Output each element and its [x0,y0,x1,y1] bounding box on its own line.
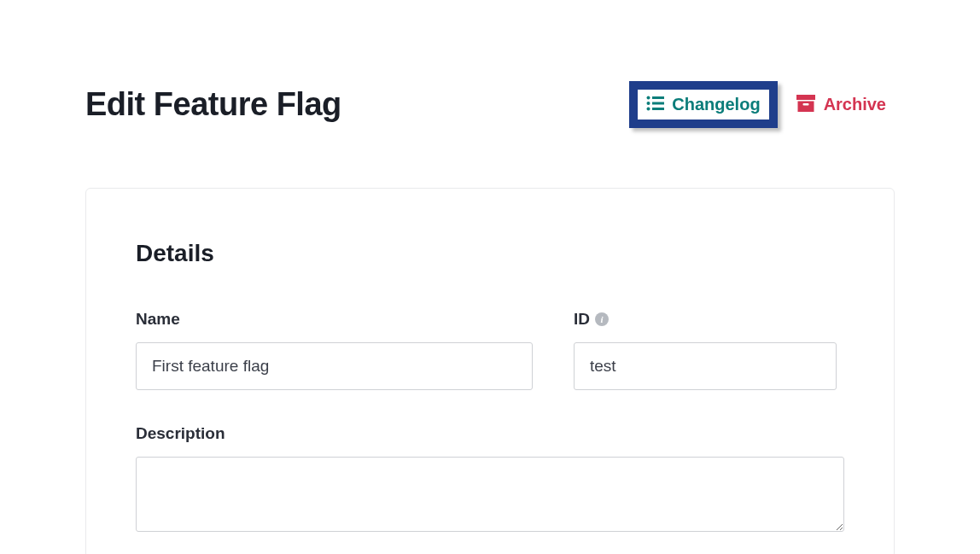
changelog-highlight-box: Changelog [629,81,777,128]
svg-point-0 [647,96,650,99]
svg-rect-7 [797,101,814,112]
form-group-id: ID i [574,310,837,390]
id-label: ID i [574,310,837,329]
page-title: Edit Feature Flag [85,86,341,123]
description-label: Description [136,424,844,443]
changelog-button[interactable]: Changelog [638,90,768,120]
archive-label: Archive [824,95,886,114]
svg-point-4 [647,107,650,110]
page-header: Edit Feature Flag Changelog [0,0,980,128]
svg-rect-1 [652,96,664,99]
header-actions: Changelog Archive [629,81,895,128]
name-input[interactable] [136,342,533,390]
archive-icon [796,95,815,115]
changelog-label: Changelog [672,95,760,114]
svg-rect-8 [802,103,808,106]
id-label-text: ID [574,310,590,329]
id-input[interactable] [574,342,837,390]
form-row-name-id: Name ID i [136,310,844,390]
form-group-name: Name [136,310,533,390]
archive-button[interactable]: Archive [788,90,895,120]
details-section-title: Details [136,240,844,267]
name-label: Name [136,310,533,329]
details-card: Details Name ID i Description [85,188,895,554]
info-icon[interactable]: i [595,312,609,326]
svg-rect-6 [796,95,815,100]
svg-point-2 [647,102,650,105]
list-icon [646,96,665,114]
form-group-description: Description [136,424,844,532]
svg-rect-5 [652,108,664,110]
description-input[interactable] [136,457,844,532]
svg-rect-3 [652,102,664,104]
